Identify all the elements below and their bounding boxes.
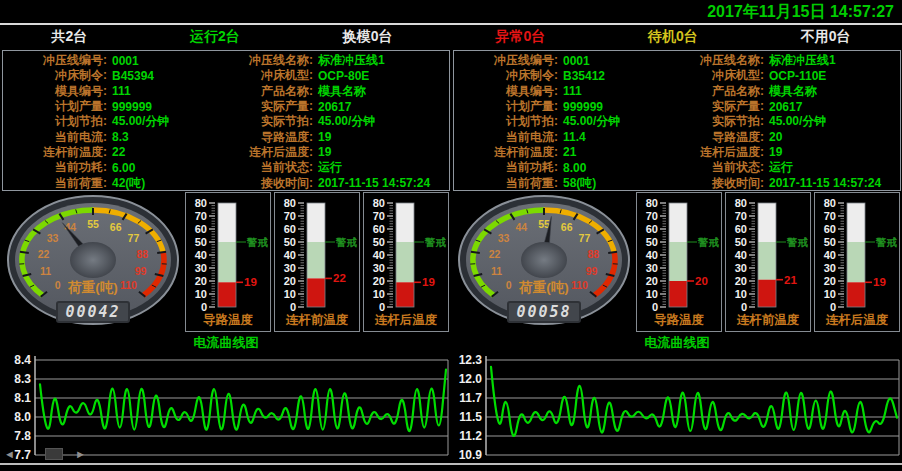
thermo-label: 连杆前温度 (286, 313, 349, 327)
current-curve-chart: 8.48.38.18.07.87.7 (2, 351, 451, 463)
status-item: 待机0台 (648, 28, 698, 46)
thermo-label: 导路温度 (654, 313, 705, 327)
current-curve-chart: 12.312.011.711.511.210.9 (453, 351, 902, 463)
svg-text:70: 70 (824, 210, 836, 222)
svg-text:60: 60 (824, 223, 836, 235)
scroll-left-icon[interactable]: ◄ (4, 449, 15, 460)
info-value: 运行 (313, 159, 449, 176)
thermo-fill (218, 282, 236, 307)
info-value: 45.00/分钟 (313, 113, 449, 130)
chart-block: 电流曲线图 12.312.011.711.511.210.9 (453, 335, 901, 463)
info-value: 21 (558, 145, 680, 159)
info-value: 2017-11-15 14:57:24 (764, 176, 900, 190)
svg-text:30: 30 (735, 262, 747, 274)
svg-text:11.5: 11.5 (459, 410, 482, 424)
svg-text:30: 30 (646, 262, 658, 274)
svg-text:40: 40 (373, 249, 385, 261)
svg-text:80: 80 (735, 197, 747, 209)
svg-text:77: 77 (579, 232, 591, 244)
thermo-label: 导路温度 (203, 313, 254, 327)
info-value: B45394 (107, 69, 229, 83)
svg-text:80: 80 (284, 197, 296, 209)
thermo-warn-label: 警戒 (246, 236, 269, 248)
gauge-label: 荷重(吨) (518, 280, 569, 295)
svg-text:20: 20 (373, 275, 385, 287)
svg-text:99: 99 (586, 265, 598, 277)
svg-text:10: 10 (646, 288, 658, 300)
thermo-warn-label: 警戒 (697, 236, 720, 248)
info-value: 111 (558, 84, 680, 98)
svg-text:70: 70 (646, 210, 658, 222)
svg-text:0: 0 (379, 301, 385, 313)
svg-text:0: 0 (506, 279, 512, 291)
scroll-thumb[interactable] (45, 448, 63, 460)
svg-text:11.2: 11.2 (459, 429, 482, 443)
svg-text:30: 30 (284, 262, 296, 274)
svg-text:77: 77 (128, 232, 140, 244)
svg-text:66: 66 (561, 221, 573, 233)
svg-text:50: 50 (824, 236, 836, 248)
svg-text:55: 55 (87, 218, 99, 230)
gauge-label: 荷重(吨) (67, 280, 118, 295)
thermo-fill (669, 281, 687, 307)
svg-text:11.7: 11.7 (459, 391, 482, 405)
thermo-warn-label: 警戒 (786, 236, 809, 248)
svg-text:0: 0 (55, 279, 61, 291)
svg-text:11: 11 (40, 265, 51, 277)
svg-text:10: 10 (735, 288, 747, 300)
svg-text:20: 20 (195, 275, 207, 287)
info-value: 模具名称 (313, 83, 449, 100)
thermo-value: 19 (422, 276, 435, 288)
thermo-value: 19 (873, 276, 886, 288)
info-value: 45.00/分钟 (107, 113, 229, 130)
svg-text:50: 50 (646, 236, 658, 248)
svg-text:20: 20 (646, 275, 658, 287)
svg-text:50: 50 (373, 236, 385, 248)
info-value: OCP-110E (764, 69, 900, 83)
svg-text:60: 60 (284, 223, 296, 235)
gauge-hub (521, 242, 567, 278)
info-value: OCP-80E (313, 69, 449, 83)
svg-text:70: 70 (735, 210, 747, 222)
info-value: 模具名称 (764, 83, 900, 100)
svg-text:0: 0 (290, 301, 296, 313)
svg-text:7.8: 7.8 (14, 429, 31, 443)
info-value: 20617 (313, 100, 449, 114)
svg-text:11: 11 (491, 265, 502, 277)
svg-text:8.0: 8.0 (14, 410, 31, 424)
svg-text:33: 33 (47, 232, 59, 244)
info-value: 8.00 (558, 161, 680, 175)
thermo-fill (307, 278, 325, 307)
info-value: 19 (313, 145, 449, 159)
svg-text:30: 30 (195, 262, 207, 274)
thermo-label: 连杆后温度 (826, 313, 889, 327)
current-curve-line (491, 367, 897, 436)
info-value: 22 (107, 145, 229, 159)
svg-text:88: 88 (137, 248, 149, 260)
svg-text:40: 40 (646, 249, 658, 261)
svg-text:70: 70 (373, 210, 385, 222)
chart-block: 电流曲线图 8.48.38.18.07.87.7 ◄ ► (2, 335, 450, 463)
thermometer: 01020304050607080警戒19连杆后温度 (363, 192, 449, 332)
thermo-fill (396, 282, 414, 307)
svg-text:10.9: 10.9 (459, 448, 483, 462)
thermo-fill (758, 280, 776, 307)
thermometer: 01020304050607080警戒19连杆后温度 (814, 192, 900, 332)
press-line-dashboard: 2017年11月15日 14:57:27 共2台运行2台换模0台异常0台待机0台… (0, 0, 902, 471)
info-label: 当前荷重: (454, 175, 558, 192)
info-value: 111 (107, 84, 229, 98)
info-value: 0001 (107, 54, 229, 68)
thermo-label: 连杆后温度 (375, 313, 438, 327)
svg-text:30: 30 (373, 262, 385, 274)
thermometer: 01020304050607080警戒21连杆前温度 (725, 192, 811, 332)
svg-text:8.3: 8.3 (14, 372, 31, 386)
svg-text:12.0: 12.0 (459, 372, 483, 386)
svg-text:50: 50 (284, 236, 296, 248)
scroll-right-icon[interactable]: ► (75, 449, 86, 460)
svg-text:99: 99 (135, 265, 147, 277)
info-value: 19 (764, 145, 900, 159)
svg-text:70: 70 (195, 210, 207, 222)
thermometer-group: 01020304050607080警戒19导路温度010203040506070… (184, 192, 450, 334)
meters-row: 0112233445566778899110荷重(吨)00042 0102030… (2, 192, 450, 334)
status-item: 异常0台 (495, 28, 545, 46)
